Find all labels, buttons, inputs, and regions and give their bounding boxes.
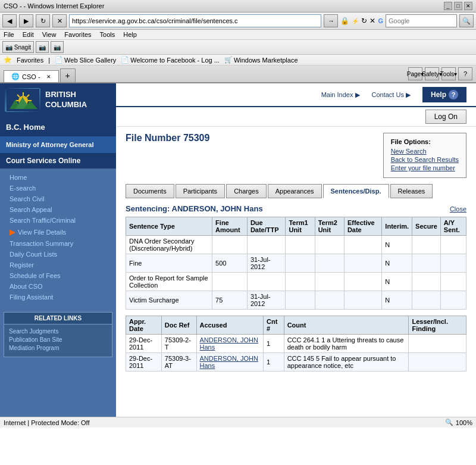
fine-4: 75 [212,291,248,310]
term2-4 [315,291,344,310]
fav-web-slice[interactable]: 📄 Web Slice Gallery [55,56,116,64]
sidebar-item-transaction[interactable]: Transaction Summary [0,238,116,249]
col-doc-ref: Doc Ref [161,316,196,335]
forward-btn[interactable]: ▶ [19,14,33,27]
sidebar-item-register[interactable]: Register [0,260,116,270]
tab-appearances[interactable]: Appearances [268,184,322,198]
menu-favorites[interactable]: Favorites [64,31,91,38]
tab-sentences[interactable]: Sentences/Disp. [323,184,389,198]
sidebar-item-daily-courts[interactable]: Daily Court Lists [0,249,116,260]
contact-us-link[interactable]: Contact Us ▶ [372,91,411,99]
menu-file[interactable]: File [4,31,14,38]
menu-edit[interactable]: Edit [23,31,34,38]
sidebar-item-esearch[interactable]: E-search [0,183,116,194]
tab-releases[interactable]: Releases [390,184,433,198]
help-btn[interactable]: Help ? [422,87,466,102]
search-input[interactable] [386,14,457,27]
favorites-label[interactable]: Favorites [17,57,43,64]
close-link[interactable]: Close [450,205,466,213]
logon-button[interactable]: Log On [425,110,466,124]
cert-icon: ⚡ [352,18,359,24]
accused-link-2[interactable]: ANDERSON, JOHN Hans [200,355,258,369]
interim-4: N [382,291,412,310]
col-due-date: Due Date/TTP [247,217,286,236]
address-bar[interactable] [69,14,321,27]
safety-btn[interactable]: Safety▾ [425,67,439,80]
sidebar-item-search-civil[interactable]: Search Civil [0,194,116,204]
zoom-level: 100% [456,419,472,426]
page-tools-btn[interactable]: Page▾ [408,67,422,80]
menu-tools[interactable]: Tools [100,31,115,38]
back-to-results-link[interactable]: Back to Search Results [391,156,459,163]
tools-btn2[interactable]: Tools▾ [441,67,456,80]
sentence-type-3: Order to Report for Sample Collection [126,273,212,291]
tab-close-icon[interactable]: ✕ [46,74,51,80]
main-index-link[interactable]: Main Index ▶ [321,91,360,99]
active-arrow-icon: ▶ [10,227,15,236]
sidebar-item-search-appeal[interactable]: Search Appeal [0,204,116,215]
col-accused: Accused [196,316,263,335]
term1-4 [286,291,315,310]
sidebar-item-home[interactable]: Home [0,172,116,183]
tab-participants[interactable]: Participants [176,184,225,198]
interim-2: N [382,254,412,273]
sidebar-item-fees[interactable]: Schedule of Fees [0,270,116,281]
finding-1 [409,335,466,353]
favorites-star-icon: ⭐ [4,56,12,64]
sidebar-bc-home[interactable]: B.C. Home [0,118,116,136]
minimize-btn[interactable]: _ [444,2,452,10]
appearances-table: Appr. Date Doc Ref Accused Cnt # Count L… [126,316,466,372]
go-btn[interactable]: → [324,14,338,27]
sidebar-item-view-file[interactable]: ▶ View File Details [0,226,116,238]
help-icon-btn[interactable]: ? [458,67,472,80]
back-btn[interactable]: ◀ [2,14,17,27]
fav-marketplace[interactable]: 🛒 Windows Marketplace [224,56,298,64]
window-controls[interactable]: _ □ ✕ [444,2,472,10]
cnt-2: 1 [263,353,284,372]
browser-toolbar: ◀ ▶ ↻ ✕ → 🔒 ⚡ ↻ ✕ G 🔍 [0,13,476,30]
term2-3 [315,273,344,291]
tab-charges[interactable]: Charges [226,184,267,198]
menu-view[interactable]: View [42,31,57,38]
sidebar-nav: Home E-search Search Civil Search Appeal… [0,168,116,306]
related-link-judgments[interactable]: Search Judgments [9,328,107,335]
new-search-link[interactable]: New Search [391,148,459,155]
snagit-btn[interactable]: 📷 Snagit [2,41,34,53]
refresh-icon2: ↻ [361,17,367,25]
appearance-row-2: 29-Dec-2011 75309-3-AT ANDERSON, JOHN Ha… [126,353,466,372]
browser-tab-cso[interactable]: 🌐 CSO - ✕ [4,70,59,82]
file-options-title: File Options: [391,138,459,145]
menu-help[interactable]: Help [123,31,137,38]
maximize-btn[interactable]: □ [454,2,462,10]
refresh-btn[interactable]: ↻ [36,14,50,27]
browser-tab-new[interactable]: + [60,68,76,82]
main-content: Main Index ▶ Contact Us ▶ Help ? Log On … [116,83,476,417]
appearances-section: Appr. Date Doc Ref Accused Cnt # Count L… [126,316,466,372]
accused-link-1[interactable]: ANDERSON, JOHN Hans [200,336,258,351]
sidebar-item-search-traffic[interactable]: Search Traffic/Criminal [0,215,116,226]
fine-2: 500 [212,254,248,273]
snagit-extra-btn[interactable]: 📷 [36,41,49,53]
search-google-icon: G [378,17,383,24]
browser-title-bar: CSO - - Windows Internet Explorer _ □ ✕ [0,0,476,13]
site-header: BRITISH COLUMBIA [0,83,116,118]
related-link-publication[interactable]: Publication Ban Site [9,336,107,343]
status-left: Internet | Protected Mode: Off [4,419,90,426]
tab-documents[interactable]: Documents [126,184,174,198]
sidebar-item-filing[interactable]: Filing Assistant [0,292,116,302]
snagit-extra-btn2[interactable]: 📷 [51,41,64,53]
interim-1: N [382,236,412,254]
bc-logo-icon [5,88,40,112]
col-sentence-type: Sentence Type [126,217,212,236]
sidebar-item-about[interactable]: About CSO [0,281,116,292]
enter-file-number-link[interactable]: Enter your file number [391,164,459,171]
related-link-mediation[interactable]: Mediation Program [9,345,107,351]
fine-3 [212,273,248,291]
stop-btn[interactable]: ✕ [52,14,67,27]
close-btn[interactable]: ✕ [464,2,472,10]
bc-logo: BRITISH COLUMBIA [5,88,87,112]
due-date-1 [247,236,286,254]
doc-ref-1: 75309-2-T [161,335,196,353]
search-btn[interactable]: 🔍 [459,14,474,27]
fav-facebook[interactable]: 📄 Welcome to Facebook - Log ... [121,56,220,64]
